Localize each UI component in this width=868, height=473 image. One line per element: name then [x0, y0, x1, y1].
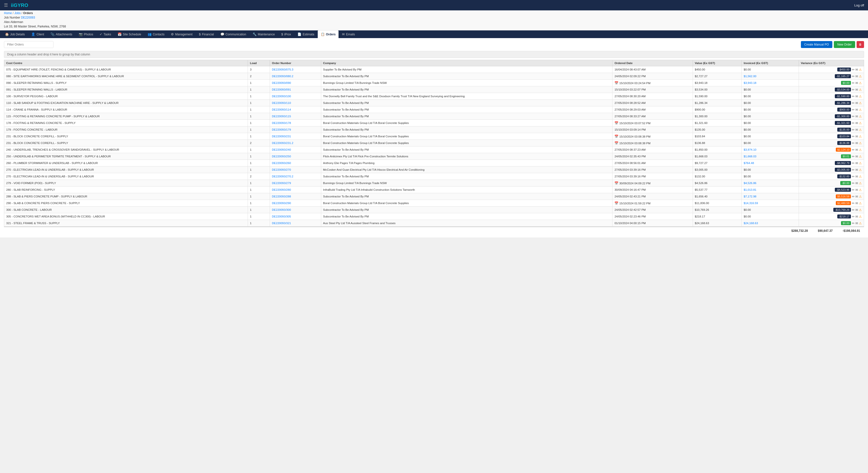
email-icon[interactable]: ✉: [856, 208, 858, 212]
cell-order-number[interactable]: DE220093/178: [270, 120, 321, 126]
email-icon[interactable]: ✉: [856, 108, 858, 111]
cell-invoiced[interactable]: $0.00: [742, 173, 799, 180]
edit-icon[interactable]: ✏: [852, 188, 855, 192]
cell-invoiced[interactable]: $7,172.98: [742, 193, 799, 200]
invoiced-link[interactable]: $1,013.81: [744, 188, 756, 191]
cell-invoiced[interactable]: $0.00: [742, 126, 799, 133]
cell-invoiced[interactable]: $4,526.86: [742, 180, 799, 187]
invoiced-link[interactable]: $0.00: [744, 208, 751, 211]
email-icon[interactable]: ✉: [856, 141, 858, 145]
tab-financial[interactable]: $ Financial: [196, 30, 217, 38]
invoiced-link[interactable]: $0.00: [744, 68, 751, 71]
order-number-link[interactable]: DE220093/290: [272, 202, 291, 205]
warning-icon[interactable]: ⚠: [859, 114, 862, 118]
delete-button[interactable]: 🗑: [857, 41, 864, 48]
edit-icon[interactable]: ✏: [852, 68, 855, 71]
cell-order-number[interactable]: DE220093/115: [270, 113, 321, 120]
invoiced-link[interactable]: $24,168.63: [744, 222, 758, 225]
edit-icon[interactable]: ✏: [852, 201, 855, 205]
invoiced-link[interactable]: $1,562.00: [744, 75, 756, 78]
email-icon[interactable]: ✉: [856, 195, 858, 198]
filter-input[interactable]: [4, 41, 54, 48]
cell-invoiced[interactable]: $0.00: [742, 100, 799, 106]
cell-invoiced[interactable]: $0.00: [742, 113, 799, 120]
order-number-link[interactable]: DE220093/288: [272, 195, 291, 198]
tab-attachments[interactable]: 📎 Attachments: [48, 30, 75, 38]
cell-invoiced[interactable]: $1,668.03: [742, 153, 799, 160]
cell-invoiced[interactable]: $0.00: [742, 213, 799, 220]
edit-icon[interactable]: ✏: [852, 101, 855, 105]
email-icon[interactable]: ✉: [856, 81, 858, 85]
warning-icon[interactable]: ⚠: [859, 168, 862, 172]
tab-orders[interactable]: 📋 Orders: [318, 30, 339, 38]
edit-icon[interactable]: ✏: [852, 215, 855, 218]
cell-invoiced[interactable]: $14,316.59: [742, 200, 799, 207]
edit-icon[interactable]: ✏: [852, 88, 855, 92]
cell-invoiced[interactable]: $0.00: [742, 66, 799, 73]
order-number-link[interactable]: DE220093/100: [272, 95, 291, 98]
order-number-link[interactable]: DE220093/250: [272, 155, 291, 158]
order-number-link[interactable]: DE220093/178: [272, 122, 291, 125]
cell-invoiced[interactable]: $0.00: [742, 86, 799, 93]
cell-invoiced[interactable]: $764.48: [742, 160, 799, 167]
order-number-link[interactable]: DE220093/115: [272, 115, 291, 118]
order-number-link[interactable]: DE220093/279: [272, 181, 291, 184]
order-number-link[interactable]: DE220093/270: [272, 168, 291, 171]
order-number-link[interactable]: DE220093/321: [272, 222, 291, 225]
email-icon[interactable]: ✉: [856, 215, 858, 218]
order-number-link[interactable]: DE220093/270.2: [272, 175, 293, 178]
invoiced-link[interactable]: $0.00: [744, 168, 751, 171]
warning-icon[interactable]: ⚠: [859, 215, 862, 218]
col-ordered-date[interactable]: Ordered Date: [613, 60, 693, 66]
invoiced-link[interactable]: $7,172.98: [744, 195, 756, 198]
cell-order-number[interactable]: DE220093/288: [270, 193, 321, 200]
order-number-link[interactable]: DE220093/179: [272, 128, 291, 131]
edit-icon[interactable]: ✏: [852, 168, 855, 172]
cell-order-number[interactable]: DE220093/080.2: [270, 73, 321, 80]
warning-icon[interactable]: ⚠: [859, 175, 862, 178]
order-number-link[interactable]: DE220093/110: [272, 101, 291, 104]
tab-site-schedule[interactable]: 📅 Site Schedule: [115, 30, 144, 38]
email-icon[interactable]: ✉: [856, 135, 858, 138]
order-number-link[interactable]: DE220093/231: [272, 135, 291, 138]
warning-icon[interactable]: ⚠: [859, 88, 862, 92]
cell-order-number[interactable]: DE220093/270: [270, 167, 321, 173]
col-variance[interactable]: Variance (Ex GST): [799, 60, 864, 66]
cell-invoiced[interactable]: $0.00: [742, 207, 799, 213]
order-number-link[interactable]: DE220093/091: [272, 88, 291, 91]
tab-maintenance[interactable]: 🔧 Maintenance: [250, 30, 278, 38]
invoiced-link[interactable]: $0.00: [744, 101, 751, 104]
cell-invoiced[interactable]: $0.00: [742, 106, 799, 113]
warning-icon[interactable]: ⚠: [859, 128, 862, 132]
invoiced-link[interactable]: $0.00: [744, 115, 751, 118]
warning-icon[interactable]: ⚠: [859, 108, 862, 111]
warning-icon[interactable]: ⚠: [859, 121, 862, 125]
order-number-link[interactable]: DE220093/305: [272, 215, 291, 218]
tab-estimata[interactable]: 📄 Estimata: [294, 30, 317, 38]
invoiced-link[interactable]: $0.00: [744, 88, 751, 91]
email-icon[interactable]: ✉: [856, 181, 858, 185]
email-icon[interactable]: ✉: [856, 114, 858, 118]
invoiced-link[interactable]: $0.00: [744, 95, 751, 98]
cell-invoiced[interactable]: $3,974.10: [742, 146, 799, 153]
invoiced-link[interactable]: $0.00: [744, 108, 751, 111]
edit-icon[interactable]: ✏: [852, 108, 855, 111]
cell-order-number[interactable]: DE220093/100: [270, 93, 321, 100]
tab-emails[interactable]: ✉ Emails: [339, 30, 358, 38]
create-manual-po-button[interactable]: Create Manual PO: [801, 41, 832, 48]
cell-invoiced[interactable]: $1,013.81: [742, 187, 799, 193]
warning-icon[interactable]: ⚠: [859, 74, 862, 78]
tab-contacts[interactable]: 👥 Contacts: [145, 30, 167, 38]
invoiced-link[interactable]: $4,526.86: [744, 181, 756, 184]
email-icon[interactable]: ✉: [856, 168, 858, 172]
order-number-link[interactable]: DE220093/260: [272, 162, 291, 165]
cell-invoiced[interactable]: $0.00: [742, 140, 799, 146]
tab-iprox[interactable]: $ iProx: [278, 30, 294, 38]
tab-photos[interactable]: 📷 Photos: [76, 30, 96, 38]
edit-icon[interactable]: ✏: [852, 181, 855, 185]
invoiced-link[interactable]: $0.00: [744, 128, 751, 131]
edit-icon[interactable]: ✏: [852, 148, 855, 151]
order-number-link[interactable]: DE220093/090: [272, 81, 291, 85]
col-invoiced[interactable]: Invoiced (Ex GST): [742, 60, 799, 66]
edit-icon[interactable]: ✏: [852, 128, 855, 132]
